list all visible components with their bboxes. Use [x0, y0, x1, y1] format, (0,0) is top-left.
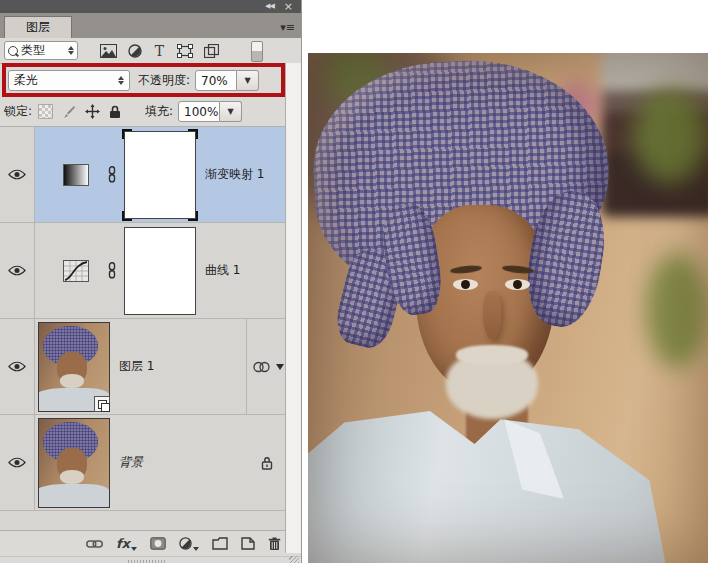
workspace: ◀◀ × 图层 ▾≡ 类型: [0, 0, 708, 563]
fill-value: 100%: [184, 105, 218, 119]
layers-panel: ◀◀ × 图层 ▾≡ 类型: [0, 0, 302, 563]
gradient-map-thumbnail[interactable]: [63, 164, 89, 186]
layer-row-curves[interactable]: 曲线 1: [0, 223, 301, 319]
opacity-label: 不透明度:: [138, 72, 190, 89]
tab-layers[interactable]: 图层: [4, 16, 72, 38]
eye-icon: [8, 265, 26, 276]
lock-transparency-icon[interactable]: [38, 104, 53, 119]
layer-mask-thumbnail[interactable]: [124, 131, 196, 219]
type-layer-filter-icon[interactable]: T: [153, 44, 166, 58]
layer-row-gradient-map[interactable]: 渐变映射 1: [0, 127, 301, 223]
layer-filter-row: 类型 T: [0, 38, 301, 64]
panel-resize-strip: [0, 556, 301, 563]
panel-bottom-toolbar: fx: [0, 530, 301, 556]
blend-mode-row: 柔光 不透明度: 70% ▼: [0, 64, 301, 97]
visibility-toggle[interactable]: [0, 127, 35, 222]
layer-name[interactable]: 曲线 1: [205, 262, 240, 279]
layer-list-scrollbar[interactable]: [285, 63, 301, 553]
layer-row-layer1[interactable]: 图层 1: [0, 319, 301, 415]
lock-position-move-icon[interactable]: [85, 104, 100, 119]
delete-layer-icon[interactable]: [268, 537, 281, 551]
shape-layer-filter-icon[interactable]: [177, 44, 193, 58]
new-adjustment-layer-icon[interactable]: [179, 537, 199, 550]
smart-object-filter-icon[interactable]: [204, 44, 219, 58]
link-layers-icon[interactable]: [86, 539, 103, 549]
fill-value-field[interactable]: 100%: [178, 101, 220, 122]
collapse-panel-icon[interactable]: ◀◀: [265, 3, 274, 10]
layer-mask-thumbnail[interactable]: [124, 227, 196, 315]
blend-mode-select[interactable]: 柔光: [8, 70, 130, 91]
filter-kind-label: 类型: [21, 42, 45, 59]
layer-thumbnail[interactable]: [38, 418, 110, 508]
fill-dropdown-button[interactable]: ▼: [220, 101, 242, 122]
curves-thumbnail[interactable]: [63, 260, 89, 282]
layer-list: 渐变映射 1: [0, 127, 301, 530]
layer-thumbnail-image: [39, 419, 109, 507]
filter-toggle-switch[interactable]: [251, 41, 263, 62]
layer-thumbnail[interactable]: [38, 322, 110, 412]
background-lock-icon: [261, 456, 273, 470]
fill-label: 填充:: [145, 103, 173, 120]
visibility-toggle[interactable]: [0, 319, 35, 414]
eye-icon: [8, 169, 26, 180]
eye-icon: [8, 361, 26, 372]
svg-text:T: T: [155, 44, 165, 58]
close-panel-icon[interactable]: ×: [284, 1, 293, 12]
opacity-value-field[interactable]: 70%: [195, 70, 237, 91]
layer-row-background[interactable]: 背景: [0, 415, 301, 511]
smart-filters-icon[interactable]: [253, 361, 270, 373]
photo-canvas: [308, 53, 708, 563]
panel-menu-icon[interactable]: ▾≡: [280, 21, 295, 34]
filter-kind-select[interactable]: 类型: [4, 41, 78, 60]
layer-name[interactable]: 图层 1: [119, 358, 154, 375]
mask-link-icon[interactable]: [107, 262, 117, 279]
search-icon: [8, 46, 18, 56]
opacity-value: 70%: [201, 74, 228, 88]
layer-style-fx-icon[interactable]: fx: [116, 537, 137, 550]
layer-name[interactable]: 背景: [119, 454, 143, 471]
visibility-toggle[interactable]: [0, 223, 35, 318]
new-layer-icon[interactable]: [241, 537, 255, 550]
panel-tab-bar: 图层 ▾≡: [0, 13, 301, 38]
updown-arrows-icon: [68, 46, 74, 55]
layer-name[interactable]: 渐变映射 1: [205, 166, 264, 183]
adjustment-dropdown-arrow-icon: [193, 547, 199, 551]
new-group-icon[interactable]: [212, 537, 228, 550]
adjustment-layer-filter-icon[interactable]: [128, 44, 142, 58]
smart-object-badge-icon: [94, 396, 110, 412]
opacity-dropdown-button[interactable]: ▼: [237, 70, 259, 91]
corner-resize-grip[interactable]: [289, 556, 299, 563]
lock-paint-brush-icon[interactable]: [62, 105, 76, 119]
lock-row: 锁定: 填充: 100%: [0, 97, 301, 127]
fx-dropdown-arrow-icon: [131, 547, 137, 551]
photo-vignette: [308, 53, 708, 563]
lock-all-icon[interactable]: [109, 105, 121, 119]
add-layer-mask-icon[interactable]: [150, 537, 166, 550]
eye-icon: [8, 457, 26, 468]
visibility-toggle[interactable]: [0, 415, 35, 510]
lock-label: 锁定:: [4, 103, 32, 120]
pixel-layer-filter-icon[interactable]: [100, 44, 117, 58]
expand-smart-filters-icon[interactable]: [276, 364, 284, 370]
mask-link-icon[interactable]: [107, 166, 117, 183]
panel-titlebar: ◀◀ ×: [0, 0, 301, 13]
updown-arrows-icon: [118, 76, 124, 85]
blend-mode-value: 柔光: [14, 72, 38, 89]
